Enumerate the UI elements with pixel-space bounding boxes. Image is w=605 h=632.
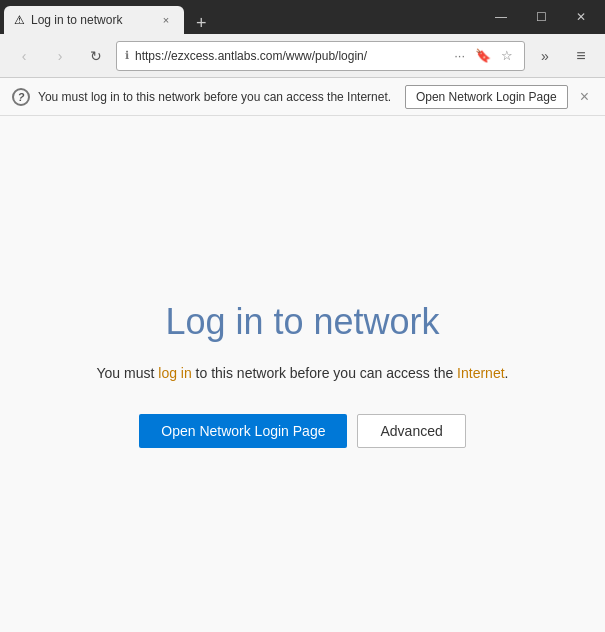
page-content: Log in to network You must log in to thi… bbox=[0, 116, 605, 632]
address-actions: ··· 🔖 ☆ bbox=[451, 46, 516, 65]
address-url: https://ezxcess.antlabs.com/www/pub/logi… bbox=[135, 49, 445, 63]
tab-close-button[interactable]: × bbox=[158, 12, 174, 28]
address-bar[interactable]: ℹ https://ezxcess.antlabs.com/www/pub/lo… bbox=[116, 41, 525, 71]
page-heading: Log in to network bbox=[97, 301, 509, 343]
page-inner: Log in to network You must log in to thi… bbox=[37, 261, 569, 488]
subtext-internet: Internet bbox=[457, 365, 504, 381]
nav-bar: ‹ › ↻ ℹ https://ezxcess.antlabs.com/www/… bbox=[0, 34, 605, 78]
window-controls: — ☐ ✕ bbox=[481, 0, 601, 34]
subtext-post: . bbox=[505, 365, 509, 381]
subtext-link: log in bbox=[158, 365, 191, 381]
advanced-button[interactable]: Advanced bbox=[357, 414, 465, 448]
active-tab[interactable]: ⚠ Log in to network × bbox=[4, 6, 184, 34]
back-button[interactable]: ‹ bbox=[8, 40, 40, 72]
tab-bar: ⚠ Log in to network × + bbox=[4, 0, 481, 34]
title-bar: ⚠ Log in to network × + — ☐ ✕ bbox=[0, 0, 605, 34]
minimize-button[interactable]: — bbox=[481, 0, 521, 34]
forward-button[interactable]: › bbox=[44, 40, 76, 72]
close-window-button[interactable]: ✕ bbox=[561, 0, 601, 34]
favorites-button[interactable]: ☆ bbox=[498, 46, 516, 65]
more-options-button[interactable]: ··· bbox=[451, 46, 468, 65]
open-network-login-button[interactable]: Open Network Login Page bbox=[139, 414, 347, 448]
info-bar-close-button[interactable]: × bbox=[576, 88, 593, 106]
button-row: Open Network Login Page Advanced bbox=[97, 414, 509, 448]
info-open-login-button[interactable]: Open Network Login Page bbox=[405, 85, 568, 109]
info-bar-text: You must log in to this network before y… bbox=[38, 90, 397, 104]
info-bar: ? You must log in to this network before… bbox=[0, 78, 605, 116]
subtext-pre: You must bbox=[97, 365, 159, 381]
new-tab-button[interactable]: + bbox=[188, 13, 215, 34]
tab-favicon: ⚠ bbox=[14, 13, 25, 27]
address-info-icon: ℹ bbox=[125, 49, 129, 62]
subtext-mid: to this network before you can access th… bbox=[192, 365, 457, 381]
refresh-button[interactable]: ↻ bbox=[80, 40, 112, 72]
more-tools-button[interactable]: » bbox=[529, 40, 561, 72]
page-subtext: You must log in to this network before y… bbox=[97, 363, 509, 384]
info-bar-icon: ? bbox=[12, 88, 30, 106]
browser-menu-button[interactable]: ≡ bbox=[565, 40, 597, 72]
pocket-button[interactable]: 🔖 bbox=[472, 46, 494, 65]
tab-title: Log in to network bbox=[31, 13, 152, 27]
browser-window: ⚠ Log in to network × + — ☐ ✕ ‹ › ↻ ℹ ht… bbox=[0, 0, 605, 632]
maximize-button[interactable]: ☐ bbox=[521, 0, 561, 34]
